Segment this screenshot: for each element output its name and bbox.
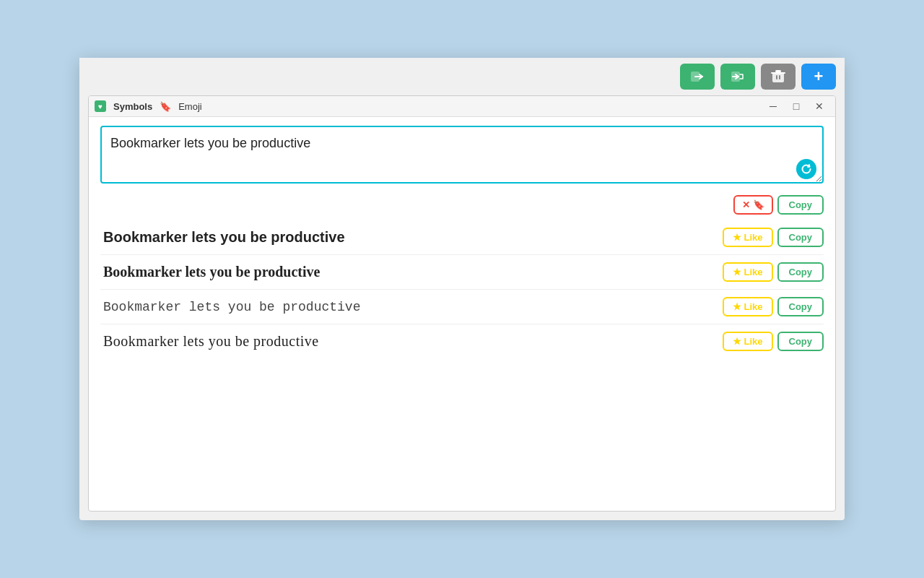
- trash-icon: [771, 69, 785, 85]
- copy-button-1[interactable]: Copy: [777, 228, 824, 247]
- svg-rect-5: [776, 75, 777, 79]
- svg-rect-3: [775, 70, 781, 72]
- row-actions-4: ★ Like Copy: [723, 332, 824, 351]
- close-button[interactable]: ✕: [809, 99, 829, 113]
- font-row-4: Bookmarker lets you be productive ★ Like…: [100, 324, 824, 358]
- svg-rect-6: [779, 75, 780, 79]
- inner-window: ♥ Symbols 🔖 Emoji ─ □ ✕ Bookmarker lets …: [88, 95, 836, 512]
- font-text-1: Bookmarker lets you be productive: [100, 229, 717, 246]
- emoji-icon: 🔖: [160, 100, 171, 112]
- font-row-2: Bookmarker lets you be productive ★ Like…: [100, 255, 824, 290]
- copy-button-3[interactable]: Copy: [777, 297, 824, 316]
- import-icon: [689, 69, 705, 85]
- tab-emoji[interactable]: Emoji: [174, 100, 206, 113]
- x-icon: ✕: [742, 199, 750, 210]
- font-text-4: Bookmarker lets you be productive: [100, 333, 717, 350]
- title-bar: ♥ Symbols 🔖 Emoji ─ □ ✕: [89, 96, 835, 117]
- refresh-button[interactable]: [796, 159, 816, 179]
- export-button[interactable]: [720, 64, 755, 90]
- copy-button-2[interactable]: Copy: [777, 262, 824, 282]
- like-button-2[interactable]: ★ Like: [723, 262, 773, 282]
- text-input-area: Bookmarker lets you be productive: [100, 126, 824, 186]
- main-textarea[interactable]: Bookmarker lets you be productive: [100, 126, 824, 184]
- refresh-icon: [801, 163, 812, 175]
- top-toolbar: +: [79, 58, 845, 95]
- like-button-1[interactable]: ★ Like: [723, 228, 773, 247]
- app-logo: ♥: [95, 100, 106, 112]
- add-button[interactable]: +: [801, 64, 836, 90]
- content-area: Bookmarker lets you be productive ✕ 🔖 Co…: [89, 117, 835, 511]
- like-button-3[interactable]: ★ Like: [723, 297, 773, 316]
- bookmark-icon: 🔖: [753, 199, 764, 210]
- export-icon: [730, 69, 746, 85]
- minimize-button[interactable]: ─: [763, 99, 783, 113]
- svg-rect-4: [771, 72, 785, 74]
- window-controls: ─ □ ✕: [763, 99, 829, 113]
- import-button[interactable]: [680, 64, 715, 90]
- font-row-3: Bookmarker lets you be productive ★ Like…: [100, 290, 824, 324]
- add-icon: +: [814, 69, 824, 85]
- main-window: + ♥ Symbols 🔖 Emoji ─ □ ✕ Bookmarker let…: [79, 58, 845, 520]
- top-action-row: ✕ 🔖 Copy: [100, 195, 824, 215]
- font-text-2: Bookmarker lets you be productive: [100, 264, 717, 280]
- row-actions-3: ★ Like Copy: [723, 297, 824, 316]
- font-row-1: Bookmarker lets you be productive ★ Like…: [100, 220, 824, 255]
- copy-button-4[interactable]: Copy: [777, 332, 824, 351]
- delete-button[interactable]: [761, 64, 796, 90]
- tab-symbols[interactable]: Symbols: [109, 100, 157, 113]
- svg-rect-2: [772, 72, 784, 82]
- maximize-button[interactable]: □: [786, 99, 806, 113]
- copy-button-top[interactable]: Copy: [777, 195, 824, 215]
- like-button-4[interactable]: ★ Like: [723, 332, 773, 351]
- row-actions-1: ★ Like Copy: [723, 228, 824, 247]
- discard-button[interactable]: ✕ 🔖: [733, 195, 773, 215]
- font-text-3: Bookmarker lets you be productive: [100, 300, 717, 314]
- row-actions-2: ★ Like Copy: [723, 262, 824, 282]
